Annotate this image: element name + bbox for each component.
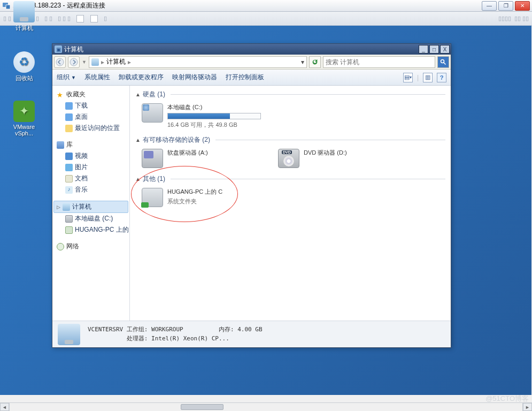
nav-history-dropdown[interactable]: ▼ [82, 59, 87, 65]
scroll-right-button[interactable]: ► [523, 403, 532, 411]
desktop-icon-recycle[interactable]: 回收站 [7, 51, 41, 82]
star-icon: ★ [57, 91, 64, 98]
computer-icon [91, 58, 99, 66]
details-pane: VCENTERSRV 工作组: WORKGROUP 内存: 4.00 GB 处理… [52, 321, 451, 347]
computer-icon [63, 203, 70, 211]
desktop-icon [65, 113, 73, 121]
disk-usage-bar [167, 113, 261, 119]
favorites-header[interactable]: ★收藏夹 [53, 89, 128, 100]
explorer-titlebar[interactable]: ▣ 计算机 _ □ X [52, 44, 451, 55]
drive-hugang-c[interactable]: HUGANG-PC 上的 C 系统文件夹 [141, 187, 266, 208]
nav-music[interactable]: 音乐 [53, 184, 128, 195]
network-folder-icon [142, 188, 163, 207]
remote-desktop: 计算机 回收站 VMware vSph... ▣ 计算机 _ □ X ▼ [0, 26, 531, 395]
nav-computer[interactable]: ▷计算机 [53, 201, 128, 213]
nav-back-button[interactable] [54, 56, 66, 68]
help-button[interactable]: ? [437, 73, 446, 82]
section-hdd[interactable]: ▲硬盘 (1) [135, 90, 445, 99]
nav-desktop[interactable]: 桌面 [53, 111, 128, 123]
svg-point-2 [56, 58, 64, 66]
refresh-button[interactable] [309, 56, 321, 68]
drive-dvd-d[interactable]: DVD 驱动器 (D:) [277, 148, 403, 169]
search-box[interactable] [323, 56, 435, 68]
hdd-icon [142, 103, 163, 123]
scroll-left-button[interactable]: ◄ [0, 403, 9, 411]
explorer-window: ▣ 计算机 _ □ X ▼ ▸ 计算机 ▸ ▾ [52, 43, 451, 348]
window-title: 计算机 [64, 45, 83, 54]
music-icon [65, 186, 73, 194]
nav-local-c[interactable]: 本地磁盘 (C:) [53, 213, 128, 224]
computer-icon [58, 324, 80, 345]
dvd-icon [278, 149, 299, 168]
minimize-button[interactable]: _ [419, 45, 428, 54]
nav-pictures[interactable]: 图片 [53, 162, 128, 173]
close-button[interactable]: ✕ [515, 1, 530, 11]
host-toolbar-blurred: ▯ ▯ ▯▯ ▯ ▯ ▯▯ ▯▯ ▯ ▯ ▯ ▯▯▯▯▯▯ ▯▯ [0, 12, 532, 26]
nav-documents[interactable]: 文档 [53, 173, 128, 184]
scroll-track[interactable] [9, 403, 523, 411]
picture-icon [65, 164, 73, 171]
scroll-thumb[interactable] [181, 404, 223, 410]
map-network-drive-button[interactable]: 映射网络驱动器 [172, 73, 217, 82]
svg-point-3 [70, 58, 78, 66]
svg-line-5 [444, 62, 446, 64]
computer-icon [13, 1, 35, 22]
content-pane: ▲硬盘 (1) 本地磁盘 (C:) 16.4 GB 可用，共 49.8 GB ▲… [130, 86, 451, 321]
network-folder-icon [65, 226, 73, 234]
horizontal-scrollbar[interactable]: ◄ ► [0, 402, 532, 411]
close-button[interactable]: X [440, 45, 450, 54]
drive-floppy-a[interactable]: 软盘驱动器 (A:) [141, 148, 266, 169]
library-icon [57, 141, 64, 149]
rdp-titlebar: 188.188.188.223 - 远程桌面连接 — ❐ ✕ [0, 0, 532, 12]
address-bar[interactable]: ▸ 计算机 ▸ ▾ [89, 56, 307, 68]
open-control-panel-button[interactable]: 打开控制面板 [226, 73, 264, 82]
maximize-button[interactable]: □ [429, 45, 439, 54]
disk-icon [65, 215, 73, 223]
svg-point-4 [441, 59, 444, 63]
nav-downloads[interactable]: 下载 [53, 100, 128, 111]
section-removable[interactable]: ▲有可移动存储的设备 (2) [135, 135, 445, 144]
address-toolbar: ▼ ▸ 计算机 ▸ ▾ [52, 55, 451, 70]
maximize-button[interactable]: ❐ [498, 1, 513, 11]
floppy-icon [142, 149, 163, 168]
nav-hugang-c[interactable]: HUGANG-PC 上的 C [53, 224, 128, 235]
address-dropdown-icon[interactable]: ▾ [301, 58, 304, 66]
search-input[interactable] [323, 58, 435, 66]
computer-icon: ▣ [55, 45, 62, 53]
libraries-header[interactable]: 库 [53, 139, 128, 150]
desktop-icon-vmware[interactable]: VMware vSph... [7, 101, 41, 136]
organize-menu[interactable]: 组织 ▼ [57, 73, 76, 82]
view-options-button[interactable]: ▤▾ [403, 73, 413, 82]
network-header[interactable]: 网络 [53, 241, 128, 252]
video-icon [65, 153, 73, 160]
uninstall-program-button[interactable]: 卸载或更改程序 [119, 73, 164, 82]
nav-forward-button[interactable] [68, 56, 80, 68]
recycle-icon [13, 51, 35, 73]
command-bar: 组织 ▼ 系统属性 卸载或更改程序 映射网络驱动器 打开控制面板 ▤▾ | ▥ … [52, 70, 451, 86]
preview-pane-button[interactable]: ▥ [423, 73, 433, 82]
nav-videos[interactable]: 视频 [53, 150, 128, 162]
downloads-icon [65, 102, 73, 110]
desktop-icon-computer[interactable]: 计算机 [7, 1, 41, 32]
system-properties-button[interactable]: 系统属性 [84, 73, 110, 82]
watermark: @51CTO博客 [485, 394, 529, 404]
vmware-icon [13, 101, 35, 122]
section-other[interactable]: ▲其他 (1) [135, 174, 445, 184]
nav-recent[interactable]: 最近访问的位置 [53, 123, 128, 134]
minimize-button[interactable]: — [482, 1, 497, 11]
network-icon [57, 243, 64, 250]
navigation-pane: ★收藏夹 下载 桌面 最近访问的位置 库 视频 图片 文档 音乐 ▷计算机 本地… [52, 86, 130, 321]
recent-icon [65, 125, 73, 132]
document-icon [65, 175, 73, 182]
drive-local-c[interactable]: 本地磁盘 (C:) 16.4 GB 可用，共 49.8 GB [141, 102, 266, 130]
search-button[interactable] [437, 56, 449, 68]
